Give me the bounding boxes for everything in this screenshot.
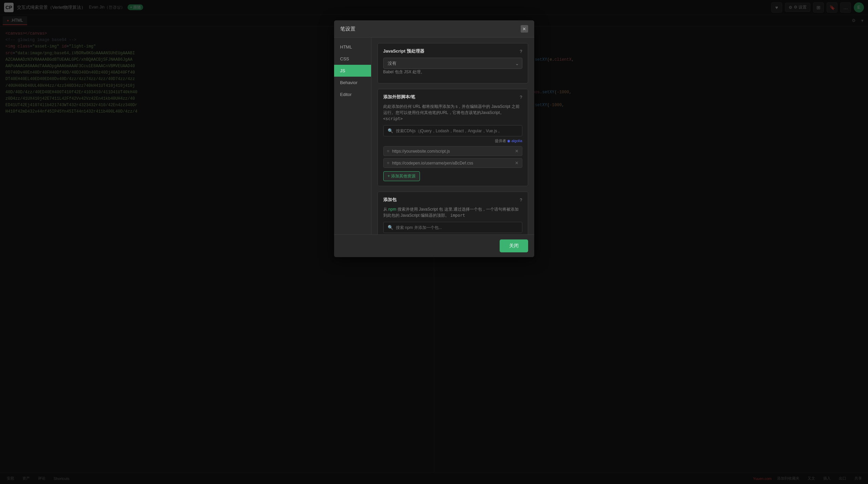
preprocessor-desc: Babel 包含 JSX 处理。: [383, 69, 522, 75]
url-input-row-1: ≡ ✕: [383, 146, 522, 156]
modal-sidebar: HTML CSS JS Behavior Editor: [334, 38, 371, 234]
modal-overlay: 笔设置 ✕ HTML CSS JS Behavior Editor JavaSc…: [0, 0, 868, 484]
drag-handle-icon: ≡: [387, 149, 390, 154]
preprocessor-header: JavaScript 预处理器 ?: [383, 48, 522, 54]
cdn-search-icon: 🔍: [388, 128, 393, 133]
npm-link[interactable]: npm: [388, 207, 396, 212]
packages-header: 添加包 ?: [383, 197, 522, 203]
preprocessor-select-wrapper: 没有 Babel TypeScript CoffeeScript ⌄: [383, 58, 522, 69]
npm-search-input[interactable]: [396, 225, 518, 230]
preprocessor-title: JavaScript 预处理器: [383, 48, 424, 54]
close-modal-button[interactable]: 关闭: [500, 239, 528, 252]
nav-behavior[interactable]: Behavior: [334, 77, 371, 89]
external-scripts-section: 添加外部脚本/笔 ? 此处添加的任何 URL 都将按顺序添加为 s，并在编辑器中…: [378, 89, 528, 186]
preprocessor-help-icon[interactable]: ?: [520, 49, 522, 54]
packages-desc: 从 npm 搜索并使用 JavaScript 包 这里.通过选择一个包，一个语句…: [383, 206, 522, 218]
external-scripts-header: 添加外部脚本/笔 ?: [383, 94, 522, 100]
cdn-search-input[interactable]: [396, 129, 518, 133]
modal-footer: 关闭: [334, 234, 534, 257]
external-scripts-help-icon[interactable]: ?: [520, 95, 522, 100]
npm-search-wrapper: 🔍: [383, 222, 522, 233]
preprocessor-select[interactable]: 没有 Babel TypeScript CoffeeScript: [383, 58, 522, 69]
preprocessor-section: JavaScript 预处理器 ? 没有 Babel TypeScript Co…: [378, 43, 528, 83]
packages-section: 添加包 ? 从 npm 搜索并使用 JavaScript 包 这里.通过选择一个…: [378, 192, 528, 234]
modal-body: HTML CSS JS Behavior Editor JavaScript 预…: [334, 38, 534, 234]
npm-search-icon: 🔍: [388, 225, 393, 230]
modal-title: 笔设置: [340, 26, 355, 32]
nav-css[interactable]: CSS: [334, 53, 371, 65]
modal-header: 笔设置 ✕: [334, 20, 534, 38]
url-input-row-2: ≡ ✕: [383, 158, 522, 168]
url-clear-icon-2[interactable]: ✕: [515, 160, 519, 166]
close-icon: ✕: [522, 26, 526, 32]
url-input-1[interactable]: [392, 149, 515, 154]
algolia-badge: ◉ algolia: [507, 139, 522, 143]
drag-handle-icon-2: ≡: [387, 160, 390, 166]
modal-close-button[interactable]: ✕: [521, 25, 528, 33]
url-input-2[interactable]: [392, 161, 515, 166]
nav-js[interactable]: JS: [334, 65, 371, 77]
packages-help-icon[interactable]: ?: [520, 197, 522, 202]
url-clear-icon-1[interactable]: ✕: [515, 149, 519, 154]
external-scripts-desc: 此处添加的任何 URL 都将按顺序添加为 s，并在编辑器中的 JavaScrip…: [383, 103, 522, 122]
pen-settings-modal: 笔设置 ✕ HTML CSS JS Behavior Editor JavaSc…: [334, 20, 534, 257]
nav-html[interactable]: HTML: [334, 41, 371, 53]
add-resource-button[interactable]: + 添加其他资源: [383, 171, 420, 181]
cdn-search-powered: 提供者 ◉ algolia: [383, 138, 522, 143]
cdn-search-wrapper: 🔍: [383, 125, 522, 136]
external-scripts-title: 添加外部脚本/笔: [383, 94, 416, 100]
modal-content: JavaScript 预处理器 ? 没有 Babel TypeScript Co…: [371, 38, 534, 234]
nav-editor[interactable]: Editor: [334, 89, 371, 100]
packages-title: 添加包: [383, 197, 397, 203]
